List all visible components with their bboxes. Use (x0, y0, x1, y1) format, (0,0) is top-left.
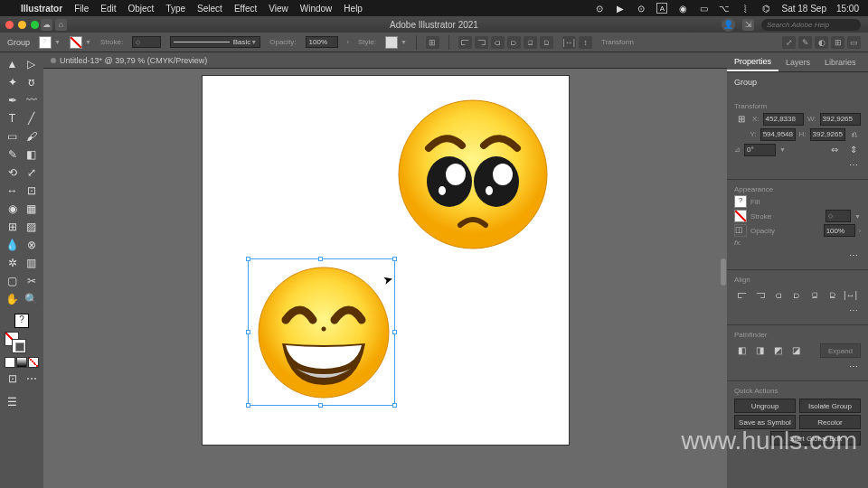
drawer-icon[interactable]: ☰ (3, 393, 22, 411)
transform-label[interactable]: Transform (601, 38, 634, 46)
zoom-tool[interactable]: 🔍 (22, 290, 41, 308)
panel-align-bottom-icon[interactable]: ⫒ (825, 288, 840, 302)
status-a-icon[interactable]: A (656, 3, 667, 14)
doc-setup-icon[interactable]: ⊞ (426, 36, 439, 49)
style-dropdown[interactable]: ▼ (385, 36, 407, 49)
edit-icon[interactable]: ✎ (798, 36, 812, 49)
scale-tool[interactable]: ⤢ (22, 164, 41, 182)
fill-dropdown[interactable]: ?▼ (39, 36, 61, 49)
canvas[interactable]: ➤ (43, 69, 727, 488)
reference-point-icon[interactable]: ⊞ (734, 112, 749, 126)
blend-tool[interactable]: ⊗ (22, 236, 41, 254)
free-transform-tool[interactable]: ⊡ (22, 182, 41, 200)
magic-wand-tool[interactable]: ✦ (3, 73, 22, 91)
rectangle-tool[interactable]: ▭ (3, 127, 22, 145)
shaper-tool[interactable]: ✎ (3, 145, 22, 164)
color-mode-fill[interactable] (5, 357, 15, 368)
line-tool[interactable]: ╱ (22, 109, 41, 127)
status-icon[interactable]: ⊙ (594, 3, 605, 14)
distribute-v-icon[interactable]: ↕ (579, 36, 592, 49)
hand-tool[interactable]: ✋ (3, 290, 22, 308)
opacity-caret[interactable]: › (347, 39, 349, 45)
transform-w-input[interactable]: 392,9265 (820, 113, 861, 126)
more-options-icon[interactable]: ▭ (847, 36, 861, 49)
pathfinder-more-icon[interactable]: ⋯ (845, 360, 861, 373)
tab-libraries[interactable]: Libraries (817, 52, 863, 71)
window-zoom-button[interactable] (31, 21, 39, 29)
menu-object[interactable]: Object (127, 4, 154, 14)
pathfinder-exclude-icon[interactable]: ◪ (788, 343, 804, 357)
tab-properties[interactable]: Properties (727, 52, 778, 71)
eraser-tool[interactable]: ◧ (22, 145, 41, 164)
control-center-icon[interactable]: ⌬ (760, 3, 771, 14)
align-right-icon[interactable]: ⫏ (491, 36, 505, 49)
selection-tool[interactable]: ▲ (3, 55, 22, 73)
window-minimize-button[interactable] (18, 21, 26, 29)
flip-h-icon[interactable]: ⇔ (826, 143, 842, 156)
share-icon[interactable]: ⇲ (742, 19, 754, 31)
link-wh-icon[interactable]: ⎌ (849, 127, 862, 141)
mask-icon[interactable]: ◐ (815, 36, 828, 49)
rotate-tool[interactable]: ⟲ (3, 164, 22, 182)
panel-align-left-icon[interactable]: ⫍ (734, 288, 750, 302)
perspective-tool[interactable]: ▦ (22, 200, 41, 218)
pathfinder-unite-icon[interactable]: ◧ (734, 343, 750, 357)
curvature-tool[interactable]: 〰 (22, 91, 41, 109)
align-bottom-icon[interactable]: ⫒ (540, 36, 553, 49)
status-circle-icon[interactable]: ◉ (677, 3, 688, 14)
fx-label[interactable]: fx. (734, 239, 741, 247)
user-avatar-icon[interactable]: 👤 (722, 18, 735, 32)
stroke-profile-dropdown[interactable]: Basic ▼ (170, 36, 260, 48)
shape-builder-tool[interactable]: ◉ (3, 200, 22, 218)
eyedropper-tool[interactable]: 💧 (3, 236, 22, 254)
transform-h-input[interactable]: 392,9265 (810, 128, 845, 141)
menu-view[interactable]: View (269, 4, 288, 14)
align-top-icon[interactable]: ⫐ (507, 36, 521, 49)
opacity-input[interactable]: 100% (306, 36, 338, 48)
tab-layers[interactable]: Layers (778, 52, 817, 71)
type-tool[interactable]: T (3, 109, 22, 127)
stroke-swatch-dropdown[interactable]: ▼ (70, 36, 91, 49)
stroke-weight-panel-input[interactable]: ◇ (826, 210, 851, 222)
transform-x-input[interactable]: 452,8338 (763, 113, 804, 126)
menu-help[interactable]: Help (344, 4, 363, 14)
pen-tool[interactable]: ✒ (3, 91, 22, 109)
align-more-icon[interactable]: ⋯ (845, 304, 861, 317)
gradient-tool[interactable]: ▨ (22, 218, 41, 236)
symbol-sprayer-tool[interactable]: ✲ (3, 254, 22, 272)
isolate-icon[interactable]: ⤢ (782, 36, 796, 49)
rotate-input[interactable]: 0° (744, 144, 776, 156)
fill-stroke-indicator[interactable]: ? (3, 312, 41, 330)
menu-edit[interactable]: Edit (100, 4, 116, 14)
align-hcenter-icon[interactable]: ⫎ (475, 36, 488, 49)
menu-select[interactable]: Select (197, 4, 222, 14)
appearance-more-icon[interactable]: ⋯ (845, 249, 861, 262)
panel-opacity-input[interactable]: 100% (824, 224, 855, 237)
align-vcenter-icon[interactable]: ⫑ (524, 36, 537, 49)
opacity-swatch-icon[interactable]: ◫ (734, 224, 747, 237)
align-left-icon[interactable]: ⫍ (458, 36, 472, 49)
lasso-tool[interactable]: ʊ (22, 73, 41, 91)
fill-stroke-swap[interactable] (5, 332, 26, 353)
color-mode-gradient[interactable] (16, 357, 27, 368)
emoji-sad-face[interactable] (397, 99, 549, 250)
direct-selection-tool[interactable]: ▷ (22, 55, 41, 73)
panel-distribute-icon[interactable]: |↔| (843, 288, 858, 302)
artboard-tool[interactable]: ▢ (3, 272, 22, 290)
screen-mode-icon[interactable]: ⊡ (3, 370, 22, 388)
home-icon[interactable]: ⌂ (55, 19, 67, 31)
mesh-tool[interactable]: ⊞ (3, 218, 22, 236)
pathfinder-minus-icon[interactable]: ◨ (752, 343, 768, 357)
vertical-scrollbar[interactable] (721, 258, 726, 286)
panel-align-vcenter-icon[interactable]: ⫑ (807, 288, 822, 302)
graph-tool[interactable]: ▥ (22, 254, 41, 272)
color-mode-none[interactable] (28, 357, 39, 368)
app-menu[interactable]: Illustrator (21, 4, 62, 14)
menu-type[interactable]: Type (165, 4, 185, 14)
menu-effect[interactable]: Effect (234, 4, 257, 14)
status-battery-icon[interactable]: ▭ (698, 3, 709, 14)
distribute-h-icon[interactable]: |↔| (562, 36, 576, 49)
panel-align-hcenter-icon[interactable]: ⫎ (752, 288, 768, 302)
panel-align-right-icon[interactable]: ⫏ (770, 288, 786, 302)
paintbrush-tool[interactable]: 🖌 (22, 127, 41, 145)
